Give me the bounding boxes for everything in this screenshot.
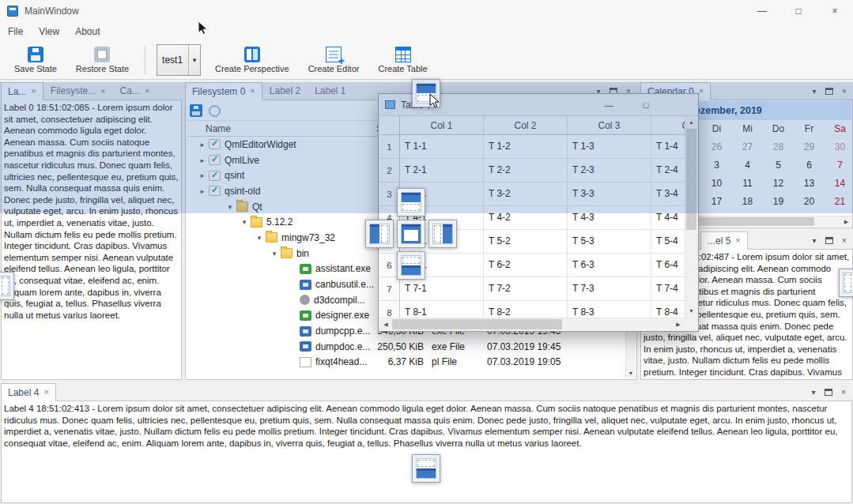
toolbar-separator [145,45,145,75]
undock-icon[interactable] [825,389,832,396]
undock-icon[interactable] [825,237,833,244]
dock-indicator-area-top[interactable] [397,188,425,216]
file-icon [281,248,293,258]
save-icon [28,47,43,62]
restore-icon [94,47,110,62]
file-icon [300,341,311,352]
table-cell[interactable]: T 5-3 [568,230,651,254]
main-window: MainWindow — □ × File View About Save St… [0,0,853,504]
tab-menu-button[interactable]: ▾ [808,234,821,246]
dock-indicator-right-edge[interactable] [839,269,853,297]
tab-menu-button[interactable]: ▾ [807,386,820,398]
file-date-modified: 07.03.2019 19:45 [487,341,560,352]
save-state-button[interactable]: Save State [5,42,66,78]
file-icon [300,326,311,337]
scroll-right-icon[interactable]: ▶ [672,318,685,330]
table-cell[interactable]: T 6-2 [484,254,568,277]
file-icon [300,357,311,367]
file-icon [266,232,277,243]
file-type: pl File [432,356,457,367]
scroll-right-icon[interactable]: ▶ [841,216,851,227]
expand-arrow-icon[interactable] [238,218,251,226]
row-header[interactable]: 7 [379,277,400,301]
table-cell[interactable]: T 6-4 [651,254,685,277]
scroll-down-icon[interactable]: ▼ [685,305,697,318]
create-perspective-button[interactable]: Create Perspective [206,42,299,78]
restore-state-button[interactable]: Restore State [66,42,138,78]
close-button[interactable]: × [838,234,851,246]
table-cell[interactable]: T 5-2 [484,230,568,254]
dock-indicator-area-bottom[interactable] [397,251,425,280]
table-cell[interactable]: T 7-1 [400,277,484,301]
expand-arrow-icon[interactable] [268,250,281,258]
maximize-button[interactable]: □ [780,0,817,22]
label4-text: Label 4 18:51:02:413 - Lorem ipsum dolor… [1,401,852,503]
menu-view[interactable]: View [31,22,67,41]
drag-cursor [429,93,440,108]
tab-label5[interactable]: ...el 5 × [700,231,748,250]
table-row[interactable]: 7 T 7-1 T 7-2 T 7-3 T 7-4 [379,277,685,301]
window-controls: — □ × [744,0,853,22]
table-cell[interactable]: T 5-4 [651,230,685,254]
expand-arrow-icon[interactable] [253,234,266,242]
close-button[interactable]: × [837,386,850,398]
file-size: 6,37 KiB [373,356,424,367]
toolbar: Save State Restore State test1 ▾ Create … [0,41,853,80]
table-row[interactable]: 8 T 8-1 T 8-2 T 8-3 T 8-4 [379,301,685,318]
close-icon[interactable]: × [735,236,740,245]
table-cell[interactable]: T 8-1 [400,301,484,318]
file-icon [251,217,262,228]
dock-area-label4: Label 4 × ▾ × Label 4 18:51:02:413 - Lor… [1,383,852,503]
window-titlebar: MainWindow — □ × [0,0,853,22]
mouse-cursor [198,21,208,36]
menu-bar: File View About [0,22,853,41]
row-header[interactable]: 8 [379,301,400,318]
create-editor-button[interactable]: Create Editor [299,42,369,78]
close-button[interactable]: × [817,0,853,22]
horizontal-scrollbar[interactable]: ◀ ▶ [379,318,685,330]
table-cell[interactable]: T 8-4 [651,301,685,318]
file-date-modified: 07.03.2019 19:05 [487,356,560,367]
window-title: MainWindow [25,6,79,17]
minimize-button[interactable]: — [744,0,780,22]
editor-icon [326,47,342,62]
menu-about[interactable]: About [67,22,108,41]
table-cell[interactable]: T 8-2 [484,301,568,318]
file-icon [300,264,311,274]
perspective-combobox[interactable]: test1 ▾ [157,44,201,76]
file-icon [300,295,310,305]
scrollbar-thumb[interactable] [392,319,562,329]
scrollbar-corner [685,318,697,330]
create-table-button[interactable]: Create Table [368,42,436,78]
file-icon [300,310,311,321]
close-icon[interactable]: × [43,388,48,397]
app-icon [7,6,18,17]
dock-indicator-left-edge[interactable] [0,272,14,300]
menu-file[interactable]: File [0,22,31,41]
table-cell[interactable]: T 7-2 [484,277,568,301]
table-cell[interactable]: T 6-3 [568,254,651,277]
chevron-down-icon[interactable]: ▾ [188,45,200,75]
perspective-icon [244,47,260,62]
dock-indicator-area-left[interactable] [365,220,394,248]
dock-indicator-bottom-edge[interactable] [412,454,440,483]
table-cell[interactable]: T 7-4 [651,277,685,301]
file-type: exe File [432,341,465,352]
file-size: 250,50 KiB [373,341,424,352]
tab-label4[interactable]: Label 4 × [1,383,56,401]
scroll-down-icon[interactable]: ▼ [626,368,636,378]
dock-indicator-area-right[interactable] [428,220,457,248]
tab-bar: Label 4 × ▾ × [1,383,852,401]
dock-indicator-area-center[interactable] [397,220,425,248]
tree-row[interactable]: dumpdoc.e... 250,50 KiB exe File 07.03.2… [187,339,625,355]
table-cell[interactable]: T 8-3 [568,301,651,318]
tree-row[interactable]: fixqt4head... 6,37 KiB pl File 07.03.201… [187,355,625,370]
scroll-left-icon[interactable]: ◀ [379,318,392,330]
file-icon [300,280,311,290]
table-icon [395,47,411,62]
combobox-value: test1 [162,55,183,66]
table-cell[interactable]: T 7-3 [568,277,651,301]
